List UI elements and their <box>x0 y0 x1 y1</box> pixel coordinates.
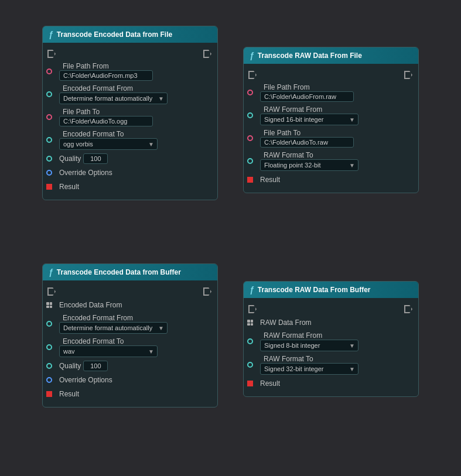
node-header-trf: ƒ Transcode RAW Data From File <box>244 47 418 64</box>
file-path-to-label-tef: File Path To <box>63 108 153 116</box>
override-options-row-tef: Override Options <box>43 166 217 180</box>
encoded-data-from-row-teb: Encoded Data From <box>43 298 217 312</box>
pin-file-path-to-tef[interactable] <box>46 114 52 120</box>
encoded-format-to-row-tef: Encoded Format To ogg vorbis wav mp3 ▼ <box>43 128 217 152</box>
raw-format-to-select-trf[interactable]: Floating point 32-bit Signed 8-bit integ… <box>260 159 358 171</box>
exec-pin-out-trb[interactable] <box>404 305 412 313</box>
enc-format-to-label-teb: Encoded Format To <box>63 337 158 345</box>
file-path-from-row-trf: File Path From <box>244 81 418 104</box>
quality-input-tef[interactable] <box>83 153 108 164</box>
pin-file-path-from-trf[interactable] <box>247 90 253 95</box>
encoded-format-from-row-tef: Encoded Format From Determine format aut… <box>43 83 217 106</box>
pin-enc-format-to-teb[interactable] <box>46 344 52 350</box>
pin-override-teb[interactable] <box>46 377 52 383</box>
pin-enc-format-from-teb[interactable] <box>46 321 52 327</box>
file-path-to-input-tef[interactable] <box>59 116 153 126</box>
raw-format-from-row-trf: RAW Format From Signed 16-bit integer Si… <box>244 104 418 127</box>
override-label-tef: Override Options <box>59 169 112 177</box>
exec-pin-in-tef[interactable] <box>47 50 56 58</box>
node-transcode-raw-file: ƒ Transcode RAW Data From File File Path… <box>243 47 419 193</box>
file-path-to-label-trf: File Path To <box>264 129 354 137</box>
exec-pin-in-teb[interactable] <box>47 287 56 296</box>
pin-encoded-data-from-teb[interactable] <box>46 302 52 308</box>
quality-row-teb: Quality <box>43 359 217 373</box>
node-header-trb: ƒ Transcode RAW Data From Buffer <box>244 282 418 298</box>
result-label-teb: Result <box>59 390 79 398</box>
file-path-to-row-trf: File Path To <box>244 127 418 149</box>
exec-pin-in-trb[interactable] <box>248 305 257 313</box>
enc-format-from-label-teb: Encoded Format From <box>63 314 168 322</box>
pin-file-path-to-trf[interactable] <box>247 135 253 141</box>
exec-pin-out-teb[interactable] <box>203 287 211 296</box>
pin-raw-format-from-trb[interactable] <box>247 338 253 344</box>
result-label-trb: Result <box>260 379 280 388</box>
file-path-to-input-trf[interactable] <box>260 137 354 148</box>
raw-format-to-label-trf: RAW Format To <box>264 151 358 159</box>
raw-format-to-row-trf: RAW Format To Floating point 32-bit Sign… <box>244 149 418 173</box>
override-options-row-teb: Override Options <box>43 373 217 387</box>
enc-format-from-label-tef: Encoded Format From <box>63 84 168 93</box>
file-path-to-row-tef: File Path To <box>43 106 217 128</box>
pin-raw-format-to-trb[interactable] <box>247 362 253 368</box>
raw-format-from-label-trb: RAW Format From <box>264 331 358 340</box>
node-title-trf: Transcode RAW Data From File <box>258 52 362 60</box>
enc-format-to-select-tef[interactable]: ogg vorbis wav mp3 <box>59 138 158 150</box>
function-icon-trb: ƒ <box>250 285 254 294</box>
override-label-teb: Override Options <box>59 376 112 384</box>
node-title-tef: Transcode Encoded Data from File <box>57 30 172 39</box>
pin-quality-tef[interactable] <box>46 156 52 162</box>
enc-format-from-select-teb[interactable]: Determine format automatically <box>59 322 168 334</box>
encoded-format-from-row-teb: Encoded Format From Determine format aut… <box>43 312 217 335</box>
file-path-from-input-trf[interactable] <box>260 91 354 102</box>
result-row-trb: Result <box>244 376 418 391</box>
result-row-trf: Result <box>244 173 418 187</box>
exec-row-tef <box>43 47 217 60</box>
pin-result-teb[interactable] <box>46 391 52 397</box>
enc-format-to-select-teb[interactable]: wav ogg vorbis mp3 flac <box>59 345 158 357</box>
pin-raw-format-from-trf[interactable] <box>247 112 253 118</box>
file-path-from-label-trf: File Path From <box>264 83 354 91</box>
node-transcode-encoded-buffer: ƒ Transcode Encoded Data from Buffer Enc… <box>42 263 218 407</box>
node-transcode-encoded-file: ƒ Transcode Encoded Data from File File … <box>42 26 218 200</box>
quality-input-teb[interactable] <box>83 361 108 371</box>
pin-raw-format-to-trf[interactable] <box>247 158 253 164</box>
pin-result-trf[interactable] <box>247 177 253 183</box>
result-row-tef: Result <box>43 180 217 194</box>
function-icon-teb: ƒ <box>49 268 53 277</box>
pin-result-trb[interactable] <box>247 381 253 386</box>
pin-file-path-from-tef[interactable] <box>46 69 52 74</box>
enc-format-from-select-tef[interactable]: Determine format automatically <box>59 93 168 104</box>
function-icon: ƒ <box>49 30 53 39</box>
exec-pin-in-trf[interactable] <box>248 71 257 79</box>
pin-enc-format-from-tef[interactable] <box>46 91 52 97</box>
result-label-trf: Result <box>260 176 280 184</box>
file-path-from-row-tef: File Path From <box>43 60 217 83</box>
quality-row-tef: Quality <box>43 152 217 166</box>
encoded-data-from-label-teb: Encoded Data From <box>59 301 122 309</box>
pin-enc-format-to-tef[interactable] <box>46 137 52 143</box>
enc-format-to-label-tef: Encoded Format To <box>63 130 158 138</box>
pin-quality-teb[interactable] <box>46 363 52 369</box>
result-label-tef: Result <box>59 183 79 191</box>
file-path-from-input-tef[interactable] <box>59 70 153 81</box>
node-transcode-raw-buffer: ƒ Transcode RAW Data From Buffer RAW Dat… <box>243 281 419 397</box>
pin-result-tef[interactable] <box>46 184 52 190</box>
exec-row-trb <box>244 303 418 316</box>
node-header-teb: ƒ Transcode Encoded Data from Buffer <box>43 264 217 280</box>
raw-format-to-row-trb: RAW Format To Signed 32-bit integer Sign… <box>244 353 418 376</box>
raw-format-to-label-trb: RAW Format To <box>264 355 358 363</box>
quality-label-tef: Quality <box>59 155 81 163</box>
raw-data-from-row-trb: RAW Data From <box>244 316 418 330</box>
exec-pin-out-tef[interactable] <box>203 50 211 58</box>
exec-pin-out-trf[interactable] <box>404 71 412 79</box>
file-path-from-label-tef: File Path From <box>63 62 153 70</box>
raw-format-from-select-trf[interactable]: Signed 16-bit integer Signed 8-bit integ… <box>260 114 358 125</box>
raw-format-from-select-trb[interactable]: Signed 8-bit integer Signed 16-bit integ… <box>260 340 358 351</box>
node-title-trb: Transcode RAW Data From Buffer <box>258 286 371 294</box>
pin-raw-data-from-trb[interactable] <box>247 320 253 326</box>
pin-override-tef[interactable] <box>46 170 52 176</box>
raw-format-to-select-trb[interactable]: Signed 32-bit integer Signed 8-bit integ… <box>260 363 358 375</box>
raw-data-from-label-trb: RAW Data From <box>260 319 312 327</box>
encoded-format-to-row-teb: Encoded Format To wav ogg vorbis mp3 fla… <box>43 335 217 359</box>
quality-label-teb: Quality <box>59 362 81 370</box>
